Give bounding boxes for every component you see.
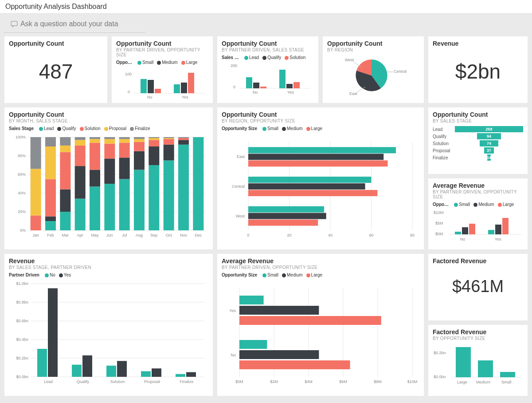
svg-text:20%: 20% [18,209,26,214]
svg-rect-130 [248,190,377,196]
tile-subtitle: BY REGION [327,47,419,52]
svg-rect-15 [246,77,252,88]
svg-text:20: 20 [287,233,291,237]
svg-rect-48 [45,217,56,221]
chart: 100 0 NoYes [116,67,208,102]
legend: Opportunity Size Small Medium Large [222,273,419,277]
svg-text:$0M: $0M [235,379,243,384]
qna-input[interactable]: Ask a question about your data [4,16,145,33]
svg-text:Yes: Yes [495,237,501,241]
svg-text:$0.0bn: $0.0bn [434,375,446,379]
tile-subtitle: BY OPPORTUNITY SIZE [433,336,523,341]
svg-text:80%: 80% [18,154,26,158]
tile-count-stage-funnel[interactable]: Opportunity Count BY SALES STAGE Lead268… [428,107,528,174]
tile-count-region-pie[interactable]: Opportunity Count BY REGION West Central… [323,36,424,103]
svg-rect-129 [248,183,365,190]
svg-rect-80 [119,139,130,142]
qna-placeholder: Ask a question about your data [20,20,118,28]
tile-title: Opportunity Count [9,111,208,118]
tile-title: Average Revenue [222,257,419,265]
svg-text:Yes: Yes [287,90,294,95]
svg-text:East: East [349,91,358,96]
svg-rect-69 [90,137,100,139]
svg-text:No: No [231,353,236,357]
svg-rect-53 [60,212,70,230]
svg-rect-45 [31,137,41,169]
svg-text:200: 200 [231,63,237,68]
chart: $10M $5M $0M NoYes [433,209,523,244]
svg-rect-57 [60,137,70,146]
svg-rect-63 [75,137,86,140]
svg-text:$0.4bn: $0.4bn [16,337,28,342]
tile-count-month-stage[interactable]: Opportunity Count BY MONTH, SALES STAGE … [4,107,213,249]
svg-rect-20 [293,82,300,88]
tile-count-region-size[interactable]: Opportunity Count BY REGION, OPPORTUNITY… [217,107,424,249]
legend: Opportunity Size Small Medium Large [222,126,419,131]
svg-text:Yes: Yes [182,95,188,99]
svg-rect-91 [149,140,159,146]
tile-count-partner-size[interactable]: Opportunity Count BY PARTNER DRIVEN, OPP… [112,36,213,103]
svg-text:No: No [253,90,258,95]
svg-rect-141 [469,224,475,234]
tile-subtitle: BY SALES STAGE [433,119,523,123]
svg-text:60%: 60% [18,172,26,177]
svg-text:100%: 100% [16,135,26,139]
svg-rect-101 [178,145,189,230]
tile-title: Opportunity Count [327,40,419,47]
tile-title: Opportunity Count [433,111,523,118]
kpi-value: 487 [9,47,103,83]
svg-rect-160 [48,288,58,377]
svg-rect-72 [104,158,115,184]
hbar-chart: 020406080EastCentralWest [222,133,419,244]
svg-rect-49 [45,179,56,217]
tile-factored-by-size[interactable]: Factored Revenue BY OPPORTUNITY SIZE $0.… [428,325,528,396]
tile-factored-revenue-kpi[interactable]: Factored Revenue $461M [428,254,528,320]
svg-rect-54 [60,190,70,212]
svg-rect-5 [148,80,154,93]
tile-subtitle: BY PARTNER DRIVEN, SALES STAGE [222,47,314,52]
svg-rect-62 [75,140,86,146]
svg-rect-140 [462,227,468,234]
bar-chart: $1.0bn$0.8bn$0.6bn$0.4bn$0.2bn$0.0bnLead… [9,279,208,390]
svg-rect-55 [60,152,70,190]
hbar-chart: $0M$2M$4M$6M$8M$10MYesNo [222,279,419,390]
tile-avg-rev-partner-size-big[interactable]: Average Revenue BY PARTNER DRIVEN, OPPOR… [217,254,424,396]
svg-rect-7 [174,84,180,93]
svg-text:40: 40 [328,233,332,237]
svg-rect-125 [248,154,383,160]
svg-text:$0.0bn: $0.0bn [16,375,28,379]
svg-rect-143 [495,225,501,234]
tile-revenue-stage-partner[interactable]: Revenue BY SALES STAGE, PARTNER DRIVEN P… [4,254,213,396]
svg-text:West: West [345,58,354,62]
tile-title: Revenue [433,40,523,47]
tile-count-partner-stage[interactable]: Opportunity Count BY PARTNER DRIVEN, SAL… [217,36,318,103]
svg-rect-85 [134,142,145,151]
svg-text:Central: Central [232,184,245,189]
chat-icon [11,21,18,27]
svg-rect-90 [149,146,159,165]
chart: 2000 NoYes [222,62,314,97]
svg-rect-19 [286,84,293,88]
svg-rect-73 [104,144,115,159]
svg-rect-66 [90,170,100,187]
svg-text:$2M: $2M [270,379,278,384]
bar-chart: $0.2bn $0.0bn Large Medium Small [433,341,523,390]
svg-text:West: West [236,214,245,218]
pie-chart: West Central East [327,52,419,97]
tile-revenue-kpi[interactable]: Revenue $2bn [428,36,528,103]
tile-title: Factored Revenue [433,257,523,265]
tile-subtitle: BY PARTNER DRIVEN, OPPORTUNITY SIZE [116,47,208,57]
svg-rect-75 [104,137,115,139]
svg-text:$0.8bn: $0.8bn [16,300,28,304]
svg-text:Mar: Mar [62,233,69,237]
svg-rect-107 [193,137,203,230]
svg-rect-17 [260,87,266,88]
tile-avg-rev-partner-size-small[interactable]: Average Revenue BY PARTNER DRIVEN, OPPOR… [428,178,528,249]
svg-text:$0.2bn: $0.2bn [16,356,28,360]
tile-title: Revenue [9,257,208,265]
svg-text:40%: 40% [18,191,26,195]
svg-rect-95 [164,161,174,231]
svg-rect-16 [253,83,259,88]
tile-opportunity-count-kpi[interactable]: Opportunity Count 487 [4,36,107,103]
svg-rect-96 [164,145,174,161]
